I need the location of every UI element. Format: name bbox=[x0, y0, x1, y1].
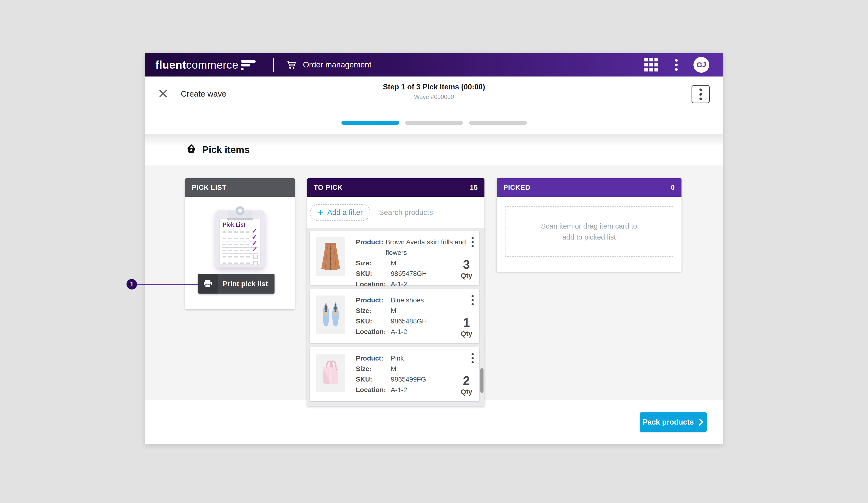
section-heading-row: Pick items bbox=[145, 134, 723, 166]
filter-row: + Add a filter bbox=[307, 197, 484, 228]
to-pick-panel-title: TO PICK bbox=[314, 184, 343, 191]
quantity-value: 3 bbox=[461, 259, 472, 270]
item-menu-icon[interactable] bbox=[472, 237, 474, 247]
printer-icon bbox=[198, 274, 218, 294]
product-sku: 9865478GH bbox=[391, 269, 427, 279]
pack-products-button[interactable]: Pack products bbox=[640, 412, 707, 432]
product-size: M bbox=[391, 305, 396, 316]
step-indicator: Step 1 of 3 Pick items (00:00) Wave #000… bbox=[383, 83, 485, 101]
quantity-value: 1 bbox=[461, 316, 472, 328]
progress-step-3 bbox=[469, 121, 527, 125]
product-fields: Product:Blue shoes Size:M SKU:9865488GH … bbox=[356, 295, 473, 337]
cart-icon bbox=[286, 60, 296, 70]
picked-panel-header: PICKED 0 bbox=[497, 178, 682, 197]
annotation-connector-line bbox=[136, 284, 198, 285]
progress-step-2 bbox=[405, 121, 463, 125]
step-title: Step 1 of 3 Pick items (00:00) bbox=[383, 83, 485, 91]
wave-number: Wave #000000 bbox=[383, 94, 485, 101]
product-image-bag bbox=[316, 354, 345, 392]
progress-step-1 bbox=[341, 121, 399, 125]
to-pick-item-card[interactable]: Product:Blue shoes Size:M SKU:9865488GH … bbox=[310, 289, 479, 343]
product-name: Brown Aveda skirt frills and flowers bbox=[386, 237, 473, 258]
to-pick-list: Product:Brown Aveda skirt frills and flo… bbox=[307, 228, 484, 406]
pick-list-illustration: Pick List ✓ ✓ ✓ ✓ bbox=[215, 206, 265, 269]
plus-icon: + bbox=[318, 209, 323, 216]
quantity-block: 3 Qty bbox=[461, 259, 472, 280]
print-pick-list-button[interactable]: Print pick list bbox=[198, 274, 275, 294]
app-window: fluentcommerce Order management GJ Creat… bbox=[145, 53, 723, 444]
search-products-input[interactable] bbox=[379, 208, 458, 217]
close-icon[interactable] bbox=[159, 90, 167, 98]
chevron-right-icon bbox=[699, 419, 704, 426]
product-location: A-1-2 bbox=[391, 279, 407, 290]
product-fields: Product:Pink Size:M SKU:9865499FG Locati… bbox=[356, 353, 473, 395]
dropzone-text-line1: Scan item or drag item card to bbox=[541, 221, 637, 232]
picked-count-badge: 0 bbox=[671, 184, 675, 191]
picked-panel-title: PICKED bbox=[503, 184, 530, 191]
scrollbar-thumb[interactable] bbox=[480, 368, 484, 393]
wizard-menu-button[interactable] bbox=[692, 85, 710, 103]
product-image-skirt bbox=[316, 238, 345, 276]
print-pick-list-label: Print pick list bbox=[218, 280, 275, 288]
add-filter-button[interactable]: + Add a filter bbox=[310, 204, 370, 221]
picked-panel: PICKED 0 Scan item or drag item card to … bbox=[497, 178, 682, 272]
quantity-value: 2 bbox=[461, 375, 472, 387]
app-label: Order management bbox=[303, 60, 371, 69]
footer-bar: Pack products bbox=[145, 400, 723, 444]
to-pick-item-card[interactable]: Product:Brown Aveda skirt frills and flo… bbox=[310, 231, 479, 285]
apps-grid-icon[interactable] bbox=[644, 58, 658, 72]
header-divider bbox=[273, 58, 274, 72]
brand-logo-bold: fluent bbox=[155, 58, 186, 71]
wizard-progress bbox=[145, 112, 723, 134]
pack-products-label: Pack products bbox=[643, 418, 694, 427]
avatar[interactable]: GJ bbox=[693, 57, 709, 73]
pick-list-panel: PICK LIST Pick List ✓ ✓ ✓ ✓ bbox=[185, 178, 295, 310]
annotation-badge: 1 bbox=[126, 279, 137, 290]
wizard-toolbar: Create wave Step 1 of 3 Pick items (00:0… bbox=[145, 76, 723, 112]
header-overflow-menu-icon[interactable] bbox=[675, 59, 678, 71]
page-title: Create wave bbox=[181, 89, 226, 98]
product-sku: 9865499FG bbox=[391, 374, 426, 385]
picked-dropzone[interactable]: Scan item or drag item card to add to pi… bbox=[505, 206, 673, 257]
add-filter-label: Add a filter bbox=[327, 208, 363, 217]
quantity-block: 1 Qty bbox=[461, 316, 472, 338]
to-pick-panel-header: TO PICK 15 bbox=[307, 178, 484, 197]
dropzone-text-line2: add to picked list bbox=[541, 232, 637, 243]
section-title: Pick items bbox=[202, 144, 250, 155]
product-name: Blue shoes bbox=[391, 295, 424, 305]
brand-logo-light: commerce bbox=[186, 58, 238, 71]
quantity-block: 2 Qty bbox=[461, 375, 472, 396]
to-pick-panel: TO PICK 15 + Add a filter bbox=[307, 178, 484, 406]
product-location: A-1-2 bbox=[391, 385, 407, 395]
top-navigation-bar: fluentcommerce Order management GJ bbox=[145, 53, 723, 76]
brand-mark-icon bbox=[241, 59, 258, 70]
product-name: Pink bbox=[391, 353, 404, 364]
brand-logo: fluentcommerce bbox=[155, 58, 258, 71]
basket-icon bbox=[186, 144, 197, 155]
product-size: M bbox=[391, 364, 396, 374]
product-sku: 9865488GH bbox=[391, 316, 427, 327]
to-pick-item-card[interactable]: Product:Pink Size:M SKU:9865499FG Locati… bbox=[310, 347, 479, 401]
product-image-shoes bbox=[316, 295, 345, 334]
pick-list-panel-title: PICK LIST bbox=[192, 184, 226, 191]
product-fields: Product:Brown Aveda skirt frills and flo… bbox=[356, 237, 473, 290]
to-pick-count-badge: 15 bbox=[470, 184, 478, 191]
product-size: M bbox=[391, 258, 396, 269]
item-menu-icon[interactable] bbox=[472, 353, 474, 363]
product-location: A-1-2 bbox=[391, 327, 407, 337]
content-area: PICK LIST Pick List ✓ ✓ ✓ ✓ bbox=[145, 166, 723, 400]
pick-list-panel-header: PICK LIST bbox=[185, 178, 295, 197]
item-menu-icon[interactable] bbox=[472, 295, 474, 305]
